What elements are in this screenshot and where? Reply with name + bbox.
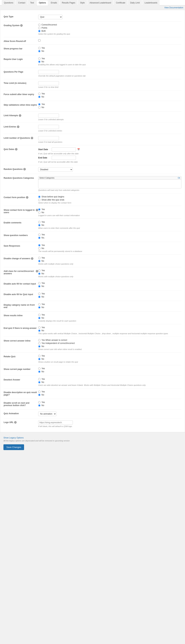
quiz-animation-select[interactable]: No animation Fade Slide xyxy=(38,412,56,416)
tab-daily-limit[interactable]: Daily Limit xyxy=(128,0,142,5)
retake-yes-radio[interactable] xyxy=(38,355,40,357)
page-num-no-radio[interactable] xyxy=(38,370,40,373)
disable-scroll-no-radio[interactable] xyxy=(38,404,40,406)
correct-answer-no[interactable]: No xyxy=(38,345,181,348)
end-quiz-wrong-yes-radio[interactable] xyxy=(38,326,40,329)
grading-both-radio[interactable] xyxy=(38,30,40,32)
disable-scroll-no[interactable]: No xyxy=(38,404,181,406)
end-quiz-wrong-no[interactable]: No xyxy=(38,329,181,332)
tab-questions[interactable]: Questions xyxy=(2,0,15,5)
tab-contact[interactable]: Contact xyxy=(16,0,27,5)
force-submit-no-radio[interactable] xyxy=(38,96,40,98)
display-cat-yes-radio[interactable] xyxy=(38,303,40,306)
show-qnum-no[interactable]: No. xyxy=(38,236,181,239)
categories-select[interactable] xyxy=(38,180,181,188)
progress-bar-yes-radio[interactable] xyxy=(38,47,40,49)
tab-emails[interactable]: Emails xyxy=(49,0,59,5)
skip-validations-yes-radio[interactable] xyxy=(38,103,40,106)
grading-correct-incorrect[interactable]: Correct/Incorrect xyxy=(38,24,181,26)
page-num-no[interactable]: No xyxy=(38,370,181,373)
add-class-help-icon[interactable]: ? xyxy=(36,270,38,272)
correct-answer-when-correct[interactable]: Yes When answer is correct xyxy=(38,339,181,341)
show-contact-logged-yes-radio[interactable] xyxy=(38,208,40,210)
deselect-no[interactable]: No xyxy=(38,381,181,384)
grading-correct-incorrect-radio[interactable] xyxy=(38,24,40,26)
show-qnum-yes-radio[interactable] xyxy=(38,234,40,236)
start-date-input[interactable] xyxy=(52,147,76,152)
show-contact-logged-no[interactable]: No xyxy=(38,211,181,214)
force-submit-yes[interactable]: Yes xyxy=(38,92,181,95)
grading-both[interactable]: Both xyxy=(38,30,181,32)
skip-validations-yes[interactable]: Yes xyxy=(38,103,181,106)
contact-after[interactable]: Show after the quiz ends xyxy=(38,198,181,201)
random-questions-select[interactable]: Disabled Enabled xyxy=(38,167,73,172)
disable-change-yes-radio[interactable] xyxy=(38,257,40,259)
autofill-contact-yes[interactable]: Yes xyxy=(38,282,181,284)
disable-change-no[interactable]: No xyxy=(38,260,181,262)
deselect-yes-radio[interactable] xyxy=(38,378,40,380)
progress-bar-yes[interactable]: Yes xyxy=(38,47,181,49)
allow-score-roundoff-checkbox[interactable] xyxy=(38,39,40,42)
quiz-dates-help-icon[interactable]: ? xyxy=(15,148,17,150)
tab-advanced-leaderboard[interactable]: Advanced Leaderboard xyxy=(87,0,113,5)
contact-form-position-help-icon[interactable]: ? xyxy=(26,196,28,198)
grading-points[interactable]: Points xyxy=(38,27,181,29)
tab-options[interactable]: Options xyxy=(36,0,48,5)
tab-text[interactable]: Text xyxy=(28,0,36,5)
disable-change-no-radio[interactable] xyxy=(38,260,40,262)
autofill-quiz-no-radio[interactable] xyxy=(38,296,40,298)
tab-style[interactable]: Style xyxy=(78,0,87,5)
view-docs-link[interactable]: View Documentation xyxy=(0,5,185,10)
tab-certificate[interactable]: Certificate xyxy=(114,0,128,5)
show-qnum-no-radio[interactable] xyxy=(38,237,40,239)
enable-comments-yes[interactable]: Yes xyxy=(38,221,181,223)
add-class-no-radio[interactable] xyxy=(38,272,40,275)
autofill-quiz-yes[interactable]: Yes xyxy=(38,292,181,295)
require-login-yes[interactable]: Yes xyxy=(38,57,181,60)
retake-no[interactable]: No xyxy=(38,358,181,360)
require-login-yes-radio[interactable] xyxy=(38,58,40,60)
progress-bar-no[interactable]: No xyxy=(38,50,181,52)
end-date-input[interactable] xyxy=(52,156,76,160)
contact-before-radio[interactable] xyxy=(38,196,40,198)
disable-scroll-yes[interactable]: Yes xyxy=(38,401,181,404)
correct-answer-independent[interactable]: Yes Independent of correct/incorrect xyxy=(38,342,181,344)
enable-comments-yes-radio[interactable] xyxy=(38,221,40,223)
show-contact-logged-no-radio[interactable] xyxy=(38,212,40,214)
time-limit-input[interactable]: 1 xyxy=(38,81,59,85)
autofill-quiz-yes-radio[interactable] xyxy=(38,293,40,295)
results-inline-no-radio[interactable] xyxy=(38,317,40,319)
results-inline-yes[interactable]: Yes xyxy=(38,314,181,316)
page-num-yes[interactable]: Yes xyxy=(38,367,181,370)
correct-answer-no-radio[interactable] xyxy=(38,345,40,348)
page-num-yes-radio[interactable] xyxy=(38,368,40,370)
limit-questions-help-icon[interactable]: ? xyxy=(31,137,33,139)
disable-change-answers-help-icon[interactable]: ? xyxy=(31,257,33,260)
results-inline-no[interactable]: No xyxy=(38,317,181,319)
autofill-contact-yes-radio[interactable] xyxy=(38,282,40,284)
limit-attempts-input[interactable]: 0 xyxy=(38,114,59,118)
require-login-no-radio[interactable] xyxy=(38,60,40,63)
force-submit-no[interactable]: No xyxy=(38,96,181,98)
grading-system-help-icon[interactable]: ? xyxy=(20,24,23,27)
disable-change-yes[interactable]: Yes xyxy=(38,257,181,259)
logo-url-help-icon[interactable]: ? xyxy=(14,421,16,424)
limit-entries-help-icon[interactable]: ? xyxy=(17,126,19,128)
deselect-yes[interactable]: Yes xyxy=(38,378,181,380)
save-changes-button[interactable]: Save Changes xyxy=(3,444,24,450)
require-login-no[interactable]: No xyxy=(38,60,181,63)
display-cat-no[interactable]: No xyxy=(38,306,181,308)
correct-answer-when-correct-radio[interactable] xyxy=(38,339,40,341)
tab-results-pages[interactable]: Results Pages xyxy=(60,0,77,5)
grading-points-radio[interactable] xyxy=(38,27,40,29)
enable-comments-no[interactable]: No xyxy=(38,224,181,226)
save-responses-no-radio[interactable] xyxy=(38,247,40,250)
skip-validations-no[interactable]: No xyxy=(38,106,181,108)
add-class-yes[interactable]: Yes xyxy=(38,269,181,272)
limit-entries-input[interactable]: 0 xyxy=(38,125,59,129)
progress-bar-no-radio[interactable] xyxy=(38,50,40,52)
deselect-no-radio[interactable] xyxy=(38,381,40,384)
questions-per-page-input[interactable]: 0 xyxy=(38,70,59,74)
autofill-contact-no[interactable]: No xyxy=(38,285,181,288)
disable-scroll-yes-radio[interactable] xyxy=(38,401,40,404)
